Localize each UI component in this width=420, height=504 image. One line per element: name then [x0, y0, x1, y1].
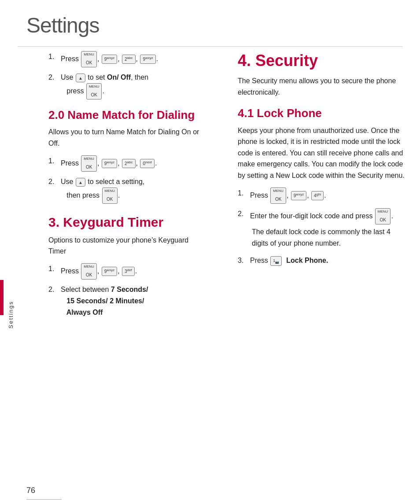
- s2-step-2: 2. Use to select a setting, then press M…: [48, 176, 207, 204]
- step-2-number: 2.: [48, 72, 59, 83]
- s4-step-1-content: Press MENUOK, 9wxyz, 4ghi.: [250, 188, 407, 204]
- step-1-number: 1.: [48, 51, 59, 63]
- page-number: 76: [26, 486, 35, 495]
- section-4-title: 4. Security: [238, 51, 407, 70]
- key-9wxyz-5: 9wxyz: [291, 191, 306, 200]
- s2-step-1-number: 1.: [48, 155, 59, 167]
- s4-step-3-content: Press 1📷 Lock Phone.: [250, 255, 407, 266]
- page-container: Settings Settings 1. Press MENUOK, 9wxyz…: [0, 0, 420, 504]
- s4-step-1-number: 1.: [238, 188, 248, 199]
- s3-step-1-number: 1.: [48, 263, 59, 275]
- nav-key-2: [76, 178, 85, 187]
- s3-step-2: 2. Select between 7 Seconds/ 15 Seconds/…: [48, 284, 207, 318]
- s2-step-1: 1. Press MENUOK, 9wxyz, 2abc, 0next.: [48, 155, 207, 172]
- sidebar-label: Settings: [7, 301, 14, 329]
- left-sidebar: Settings: [0, 47, 13, 495]
- key-1: 1📷: [270, 256, 282, 266]
- s4-step-2: 2. Enter the four-digit lock code and pr…: [238, 208, 407, 224]
- key-menu-ok-4: MENUOK: [102, 188, 118, 204]
- key-2abc-2: 2abc: [122, 159, 135, 168]
- s2-step-2-content: Use to select a setting, then press MENU…: [61, 176, 207, 204]
- key-menu-ok-3: MENUOK: [81, 155, 97, 172]
- step-2-content: Use to set On/ Off, then press MENUOK.: [61, 72, 207, 99]
- s3-step-1: 1. Press MENUOK, 9wxyz, 3def.: [48, 263, 207, 280]
- s3-step-2-number: 2.: [48, 284, 59, 295]
- section-2-desc: Allows you to turn Name Match for Dialin…: [48, 126, 207, 149]
- key-menu-ok-2: MENUOK: [86, 83, 102, 99]
- s4-step-3: 3. Press 1📷 Lock Phone.: [238, 255, 407, 266]
- s2-step-1-content: Press MENUOK, 9wxyz, 2abc, 0next.: [61, 155, 207, 172]
- step-1: 1. Press MENUOK, 9wxyz, 2abc, 9wxyz.: [48, 51, 207, 67]
- section-3-desc: Options to customize your phone’s Keygua…: [48, 235, 207, 257]
- footer-divider: [26, 499, 62, 500]
- key-9wxyz-3: 9wxyz: [102, 159, 117, 168]
- step-2: 2. Use to set On/ Off, then press MENUOK…: [48, 72, 207, 99]
- s2-step-2-number: 2.: [48, 176, 59, 188]
- main-content: 1. Press MENUOK, 9wxyz, 2abc, 9wxyz. 2. …: [13, 47, 420, 495]
- s4-step-2-number: 2.: [238, 208, 248, 220]
- s4-step-2-content: Enter the four-digit lock code and press…: [250, 208, 407, 224]
- key-9wxyz-2: 9wxyz: [140, 55, 155, 64]
- s3-step-2-content: Select between 7 Seconds/ 15 Seconds/ 2 …: [61, 284, 207, 318]
- key-menu-ok-7: MENUOK: [375, 208, 391, 224]
- key-9wxyz-4: 9wxyz: [102, 267, 117, 276]
- right-column: 4. Security The Security menu allows you…: [225, 47, 420, 495]
- section-4-1-desc: Keeps your phone from unauthorized use. …: [238, 125, 407, 181]
- lock-phone-label: Lock Phone.: [286, 257, 328, 264]
- key-0next: 0next: [140, 159, 155, 168]
- content-wrapper: Settings 1. Press MENUOK, 9wxyz, 2abc, 9…: [0, 47, 420, 495]
- s4-step-3-number: 3.: [238, 255, 248, 266]
- key-9wxyz-1: 9wxyz: [102, 55, 117, 64]
- timer-options: 7 Seconds/ 15 Seconds/ 2 Minutes/ Always…: [61, 286, 148, 316]
- s3-step-1-content: Press MENUOK, 9wxyz, 3def.: [61, 263, 207, 280]
- key-menu-ok-5: MENUOK: [81, 263, 97, 280]
- page-footer: 76: [0, 495, 420, 504]
- step-1-content: Press MENUOK, 9wxyz, 2abc, 9wxyz.: [61, 51, 207, 67]
- section-2-title: 2.0 Name Match for Dialing: [48, 108, 207, 122]
- sidebar-highlight: [0, 280, 4, 315]
- s4-sub-note: The default lock code is commonly the la…: [238, 226, 407, 249]
- left-column: 1. Press MENUOK, 9wxyz, 2abc, 9wxyz. 2. …: [13, 47, 225, 495]
- key-4ghi: 4ghi: [311, 191, 324, 200]
- section-3-title: 3. Keyguard Timer: [48, 214, 207, 230]
- page-title: Settings: [0, 0, 420, 46]
- section-4-desc: The Security menu allows you to secure t…: [238, 75, 407, 98]
- on-off-label: On/ Off: [107, 74, 131, 81]
- s4-step-1: 1. Press MENUOK, 9wxyz, 4ghi.: [238, 188, 407, 204]
- key-2abc-1: 2abc: [122, 55, 135, 64]
- section-4-1-title: 4.1 Lock Phone: [238, 107, 407, 120]
- key-menu-ok-1: MENUOK: [81, 51, 97, 67]
- nav-key-1: [76, 74, 85, 82]
- key-menu-ok-6: MENUOK: [270, 188, 286, 204]
- key-3def: 3def: [122, 267, 135, 276]
